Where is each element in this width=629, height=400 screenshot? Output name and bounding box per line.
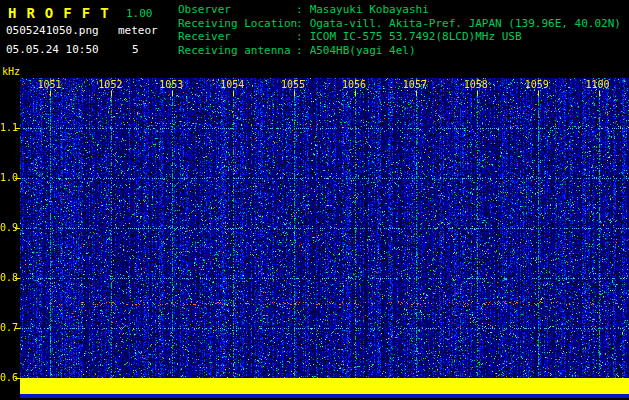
- info-value: Masayuki Kobayashi: [310, 3, 429, 17]
- info-colon: :: [296, 17, 303, 31]
- y-tick-label: 0.8: [0, 272, 15, 283]
- mode-label: meteor: [118, 24, 158, 37]
- echo-count: 5: [132, 43, 139, 56]
- info-row-location: Receiving Location:Ogata-vill. Akita-Pre…: [178, 17, 621, 31]
- station-info: Observer:Masayuki Kobayashi Receiving Lo…: [178, 3, 621, 57]
- y-tick-label: 0.9: [0, 222, 15, 233]
- app-version: 1.00: [126, 7, 153, 20]
- info-row-receiver: Receiver:ICOM IC-575 53.7492(8LCD)MHz US…: [178, 30, 621, 44]
- app-title: HROFFT: [8, 5, 119, 21]
- info-value: ICOM IC-575 53.7492(8LCD)MHz USB: [310, 30, 522, 44]
- info-label: Receiving antenna: [178, 44, 296, 58]
- y-tick-label: 0.6: [0, 372, 15, 383]
- y-tick-label: 0.7: [0, 322, 15, 333]
- info-colon: :: [296, 30, 303, 44]
- info-row-observer: Observer:Masayuki Kobayashi: [178, 3, 621, 17]
- info-label: Observer: [178, 3, 296, 17]
- output-filename: 0505241050.png: [6, 24, 99, 37]
- spectrogram-canvas: [20, 78, 629, 378]
- signal-level-bar: [20, 378, 629, 394]
- info-row-antenna: Receiving antenna:A504HB(yagi 4el): [178, 44, 621, 58]
- y-tick-label: 1.0: [0, 172, 15, 183]
- info-colon: :: [296, 44, 303, 58]
- y-tick-label: 1.1: [0, 122, 15, 133]
- info-colon: :: [296, 3, 303, 17]
- info-label: Receiving Location: [178, 17, 296, 31]
- info-label: Receiver: [178, 30, 296, 44]
- y-axis-unit-label: kHz: [2, 66, 20, 77]
- date-time: 05.05.24 10:50: [6, 43, 99, 56]
- spectrogram-plot: kHz 105110521053105410551056105710581059…: [0, 66, 629, 400]
- hrofft-screen: HROFFT 1.00 0505241050.png meteor 05.05.…: [0, 0, 629, 400]
- info-value: Ogata-vill. Akita-Pref. JAPAN (139.96E, …: [310, 17, 621, 31]
- bottom-strip: [20, 394, 629, 398]
- info-value: A504HB(yagi 4el): [310, 44, 416, 58]
